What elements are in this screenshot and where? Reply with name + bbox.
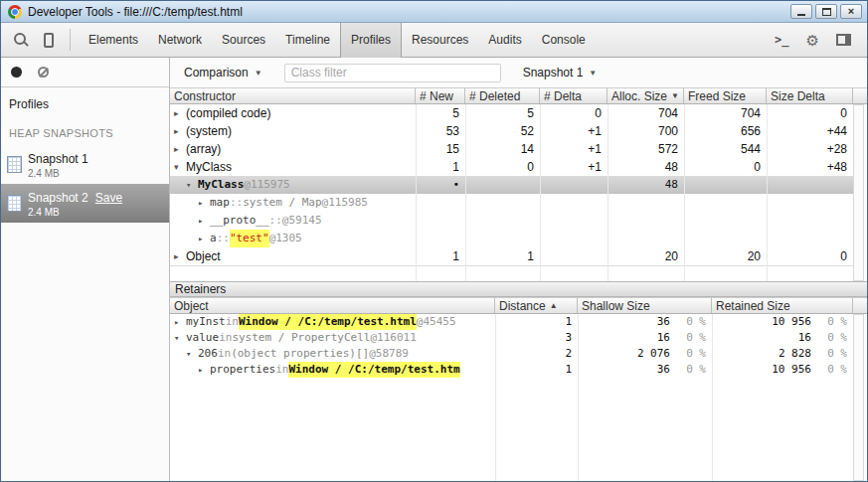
constructor-row[interactable]: ▸Object1120200 bbox=[170, 247, 853, 265]
text-segment-prop: 206 bbox=[198, 346, 218, 362]
device-icon[interactable] bbox=[44, 33, 54, 48]
object-cell: ▾206 in (object properties)[] @58789 bbox=[170, 346, 495, 362]
column-header-delta[interactable]: # Delta bbox=[540, 88, 608, 103]
collapsed-arrow-icon[interactable]: ▸ bbox=[198, 194, 210, 212]
column-header-deleted[interactable]: # Deleted bbox=[465, 88, 540, 103]
constructor-row[interactable]: ▸__proto__ :: @59145 bbox=[170, 212, 853, 230]
column-header-retained-size[interactable]: Retained Size bbox=[712, 298, 853, 313]
retainer-row[interactable]: ▸properties in Window / /C:/temp/test.ht… bbox=[170, 362, 853, 378]
constructor-row[interactable]: ▾MyClass10+1480+48 bbox=[170, 158, 853, 176]
value-cell: 0 bbox=[767, 104, 853, 122]
text-segment-name: (array) bbox=[186, 140, 221, 158]
tab-profiles[interactable]: Profiles bbox=[340, 23, 402, 58]
minimize-button[interactable] bbox=[790, 4, 812, 19]
constructor-cell: ▸map :: system / Map @115985 bbox=[170, 194, 416, 212]
dock-side-icon[interactable] bbox=[836, 34, 851, 46]
class-filter-input[interactable] bbox=[284, 64, 501, 82]
tab-timeline[interactable]: Timeline bbox=[275, 23, 340, 58]
collapsed-arrow-icon[interactable]: ▸ bbox=[174, 314, 186, 330]
collapsed-arrow-icon[interactable]: ▸ bbox=[198, 230, 210, 247]
retainers-section-header[interactable]: Retainers bbox=[170, 281, 867, 297]
expanded-arrow-icon[interactable]: ▾ bbox=[186, 176, 198, 194]
text-segment-val: (object properties)[] bbox=[231, 346, 369, 362]
collapsed-arrow-icon[interactable]: ▸ bbox=[174, 104, 186, 122]
value-cell: 5 bbox=[465, 104, 540, 122]
clear-icon[interactable] bbox=[38, 67, 49, 78]
save-link[interactable]: Save bbox=[95, 191, 122, 205]
console-toggle-icon[interactable]: >_ bbox=[775, 33, 788, 47]
tab-elements[interactable]: Elements bbox=[79, 23, 148, 58]
view-mode-value: Comparison bbox=[184, 66, 249, 80]
tab-console[interactable]: Console bbox=[532, 23, 596, 58]
column-label: Retained Size bbox=[716, 299, 790, 313]
retainer-row[interactable]: ▸myInst in Window / /C:/temp/test.html @… bbox=[170, 314, 853, 330]
value-cell bbox=[767, 194, 853, 212]
value-cell: +48 bbox=[767, 158, 853, 176]
constructor-row[interactable]: ▾MyClass @115975•48 bbox=[170, 176, 853, 194]
tab-network[interactable]: Network bbox=[148, 23, 212, 58]
collapsed-arrow-icon[interactable]: ▸ bbox=[174, 140, 186, 158]
expanded-arrow-icon[interactable]: ▾ bbox=[186, 346, 198, 362]
text-segment-hl: Window / /C:/temp/test.html bbox=[239, 314, 417, 330]
heap-snapshot-icon bbox=[7, 195, 22, 212]
text-segment-prop: myInst bbox=[186, 314, 226, 330]
column-gridline bbox=[608, 104, 608, 281]
value-cell bbox=[465, 176, 540, 194]
search-icon[interactable] bbox=[14, 33, 29, 48]
collapsed-arrow-icon[interactable]: ▸ bbox=[174, 247, 186, 265]
retained-size-percent: 0 % bbox=[811, 362, 853, 378]
value-cell: +1 bbox=[540, 158, 608, 176]
view-mode-select[interactable]: Comparison ▼ bbox=[184, 66, 262, 80]
column-header-constructor[interactable]: Constructor bbox=[170, 88, 416, 103]
tab-audits[interactable]: Audits bbox=[478, 23, 531, 58]
value-cell: 48 bbox=[608, 158, 684, 176]
collapsed-arrow-icon[interactable]: ▸ bbox=[198, 362, 210, 378]
constructor-row[interactable]: ▸map :: system / Map @115985 bbox=[170, 194, 853, 212]
constructor-row[interactable]: ▸(compiled code)5507047040 bbox=[170, 104, 853, 122]
chevron-down-icon: ▼ bbox=[255, 69, 262, 78]
collapsed-arrow-icon[interactable]: ▸ bbox=[174, 122, 186, 140]
constructor-row[interactable]: ▸(array)1514+1572544+28 bbox=[170, 140, 853, 158]
profiles-label: Profiles bbox=[1, 87, 169, 111]
sidebar-item-snapshot-1[interactable]: Snapshot 12.4 MB bbox=[1, 145, 169, 184]
retainer-row[interactable]: ▾value in system / PropertyCell @1160113… bbox=[170, 330, 853, 346]
column-header-alloc-size[interactable]: Alloc. Size▼ bbox=[608, 88, 684, 103]
shallow-size-percent: 0 % bbox=[670, 314, 712, 330]
collapsed-arrow-icon[interactable]: ▸ bbox=[198, 212, 210, 230]
column-gridline bbox=[684, 104, 685, 281]
close-icon: × bbox=[848, 5, 854, 18]
distance-cell: 2 bbox=[495, 346, 578, 362]
constructor-row[interactable]: ▸a :: "test" @1305 bbox=[170, 230, 853, 247]
close-button[interactable]: × bbox=[840, 4, 862, 19]
constructor-cell: ▸(system) bbox=[170, 122, 416, 140]
expanded-arrow-icon[interactable]: ▾ bbox=[174, 158, 186, 176]
constructor-row[interactable]: ▸(system)5352+1700656+44 bbox=[170, 122, 853, 140]
value-cell bbox=[608, 230, 684, 247]
tab-resources[interactable]: Resources bbox=[402, 23, 478, 58]
maximize-button[interactable] bbox=[815, 4, 837, 19]
gear-icon[interactable]: ⚙ bbox=[806, 33, 819, 48]
column-label: Size Delta bbox=[771, 89, 825, 103]
column-header-new[interactable]: # New bbox=[416, 88, 465, 103]
titlebar[interactable]: Developer Tools - file:///C:/temp/test.h… bbox=[1, 1, 867, 23]
base-snapshot-select[interactable]: Snapshot 1 ▼ bbox=[523, 66, 598, 80]
value-cell: 1 bbox=[416, 247, 465, 265]
sidebar-item-snapshot-2[interactable]: Snapshot 2Save2.4 MB bbox=[1, 184, 169, 223]
shallow-size-percent: 0 % bbox=[670, 362, 712, 378]
vertical-scrollbar[interactable] bbox=[853, 314, 864, 481]
column-header-distance[interactable]: Distance▲ bbox=[495, 298, 578, 313]
record-icon[interactable] bbox=[11, 67, 22, 78]
vertical-scrollbar[interactable] bbox=[853, 104, 864, 281]
text-segment-addr: @116011 bbox=[370, 330, 416, 346]
tab-sources[interactable]: Sources bbox=[212, 23, 275, 58]
column-header-size-delta[interactable]: Size Delta bbox=[767, 88, 853, 103]
text-segment-addr: @59145 bbox=[282, 212, 322, 230]
column-header-freed-size[interactable]: Freed Size bbox=[684, 88, 767, 103]
column-header-shallow-size[interactable]: Shallow Size bbox=[578, 298, 712, 313]
shallow-size-percent: 0 % bbox=[670, 330, 712, 346]
retainers-table-body: ▸myInst in Window / /C:/temp/test.html @… bbox=[170, 314, 867, 481]
retainer-row[interactable]: ▾206 in (object properties)[] @5878922 0… bbox=[170, 346, 853, 362]
expanded-arrow-icon[interactable]: ▾ bbox=[174, 330, 186, 346]
window-title: Developer Tools - file:///C:/temp/test.h… bbox=[28, 5, 787, 19]
column-header-object[interactable]: Object bbox=[170, 298, 495, 313]
